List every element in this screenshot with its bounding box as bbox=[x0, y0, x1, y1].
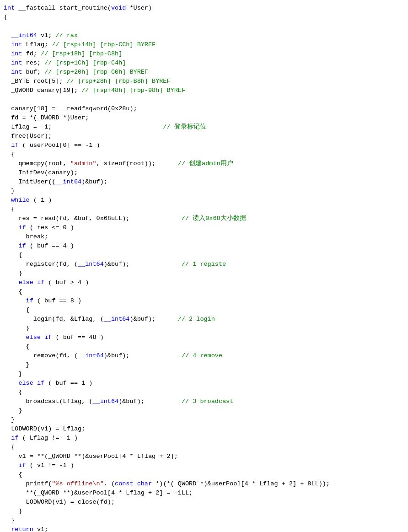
code-text: int res; // [rsp+1Ch] [rbp-C4h] bbox=[4, 59, 126, 68]
code-line: free(User); bbox=[0, 132, 408, 141]
code-text: register(fd, (__int64)&buf); // 1 regist… bbox=[4, 260, 226, 269]
code-text: return v1; bbox=[4, 525, 48, 532]
code-line: InitDev(canary); bbox=[0, 168, 408, 177]
code-text: break; bbox=[4, 232, 48, 242]
code-line: int Lflag; // [rsp+14h] [rbp-CCh] BYREF bbox=[0, 40, 408, 49]
code-line: printf("%s offline\n", (const char *)(*(… bbox=[0, 479, 408, 489]
code-text: } bbox=[4, 360, 30, 370]
code-line: int res; // [rsp+1Ch] [rbp-C4h] bbox=[0, 59, 408, 68]
code-line: qmemcpy(root, "admin", sizeof(root)); //… bbox=[0, 159, 408, 168]
code-text: { bbox=[4, 13, 7, 22]
code-line: } bbox=[0, 370, 408, 379]
code-text: { bbox=[4, 205, 15, 214]
code-text: { bbox=[4, 388, 22, 397]
code-text: else if ( buf > 4 ) bbox=[4, 278, 89, 287]
code-line: login(fd, &Lflag, (__int64)&buf); // 2 l… bbox=[0, 315, 408, 324]
code-line: } bbox=[0, 406, 408, 415]
code-line: } bbox=[0, 507, 408, 516]
code-line: } bbox=[0, 415, 408, 425]
code-text: LODWORD(v1) = Lflag; bbox=[4, 425, 85, 434]
code-text: broadcast(Lflag, (__int64)&buf); // 3 br… bbox=[4, 397, 233, 406]
code-text: { bbox=[4, 251, 22, 260]
code-line: } bbox=[0, 324, 408, 333]
code-text: printf("%s offline\n", (const char *)(*(… bbox=[4, 479, 330, 489]
code-line: int fd; // [rsp+18h] [rbp-C8h] bbox=[0, 49, 408, 59]
code-line: } bbox=[0, 360, 408, 370]
code-line: _QWORD canary[19]; // [rsp+48h] [rbp-98h… bbox=[0, 86, 408, 95]
code-text: else if ( buf == 1 ) bbox=[4, 379, 92, 388]
code-text: { bbox=[4, 150, 15, 159]
code-text: if ( v1 != -1 ) bbox=[4, 461, 74, 470]
code-line: Lflag = -1; // 登录标记位 bbox=[0, 123, 408, 132]
code-text: _BYTE root[5]; // [rsp+28h] [rbp-B8h] BY… bbox=[4, 77, 171, 86]
code-line: else if ( buf == 48 ) bbox=[0, 333, 408, 342]
code-line: return v1; bbox=[0, 525, 408, 532]
code-line: { bbox=[0, 470, 408, 479]
code-text: if ( userPool[0] == -1 ) bbox=[4, 141, 100, 150]
code-line: LODWORD(v1) = Lflag; bbox=[0, 425, 408, 434]
code-text: res = read(fd, &buf, 0x68uLL); // 读入0x68… bbox=[4, 214, 246, 223]
code-line: if ( userPool[0] == -1 ) bbox=[0, 141, 408, 150]
code-text: LODWORD(v1) = close(fd); bbox=[4, 498, 115, 507]
code-line: { bbox=[0, 388, 408, 397]
code-line bbox=[0, 95, 408, 104]
code-line: fd = *(_DWORD *)User; bbox=[0, 113, 408, 123]
code-line: { bbox=[0, 443, 408, 452]
code-line: } bbox=[0, 187, 408, 196]
code-text bbox=[4, 95, 11, 104]
code-line: broadcast(Lflag, (__int64)&buf); // 3 br… bbox=[0, 397, 408, 406]
code-text: if ( buf == 8 ) bbox=[4, 296, 81, 306]
code-line: { bbox=[0, 150, 408, 159]
code-line: v1 = **(_QWORD **)&userPool[4 * Lflag + … bbox=[0, 452, 408, 461]
code-line: if ( buf == 8 ) bbox=[0, 296, 408, 306]
code-line: __int64 v1; // rax bbox=[0, 31, 408, 40]
code-line: int buf; // [rsp+20h] [rbp-C0h] BYREF bbox=[0, 68, 408, 77]
code-line: } bbox=[0, 516, 408, 525]
code-text: InitDev(canary); bbox=[4, 168, 78, 177]
code-line: if ( Lflag != -1 ) bbox=[0, 434, 408, 443]
code-text: if ( buf == 4 ) bbox=[4, 242, 74, 251]
code-text: int __fastcall start_routine(void *User) bbox=[4, 4, 152, 13]
code-text: else if ( buf == 48 ) bbox=[4, 333, 104, 342]
code-container: int __fastcall start_routine(void *User)… bbox=[0, 0, 408, 532]
code-line: { bbox=[0, 205, 408, 214]
code-line: register(fd, (__int64)&buf); // 1 regist… bbox=[0, 260, 408, 269]
code-line: int __fastcall start_routine(void *User) bbox=[0, 4, 408, 13]
code-text: int buf; // [rsp+20h] [rbp-C0h] BYREF bbox=[4, 68, 148, 77]
code-text: { bbox=[4, 306, 30, 315]
code-text: { bbox=[4, 342, 30, 351]
code-text: } bbox=[4, 415, 15, 425]
code-text: { bbox=[4, 443, 15, 452]
code-text: qmemcpy(root, "admin", sizeof(root)); //… bbox=[4, 159, 233, 168]
code-text: if ( Lflag != -1 ) bbox=[4, 434, 78, 443]
code-text: while ( 1 ) bbox=[4, 196, 52, 205]
code-line: if ( res <= 0 ) bbox=[0, 223, 408, 232]
code-text: } bbox=[4, 516, 15, 525]
code-line: break; bbox=[0, 232, 408, 242]
code-text: if ( res <= 0 ) bbox=[4, 223, 74, 232]
code-line: else if ( buf == 1 ) bbox=[0, 379, 408, 388]
code-line: res = read(fd, &buf, 0x68uLL); // 读入0x68… bbox=[0, 214, 408, 223]
code-text: } bbox=[4, 269, 22, 278]
code-text: canary[18] = __readfsqword(0x28u); bbox=[4, 104, 137, 113]
code-text: Lflag = -1; // 登录标记位 bbox=[4, 123, 206, 132]
code-line: if ( buf == 4 ) bbox=[0, 242, 408, 251]
code-text: free(User); bbox=[4, 132, 52, 141]
code-text: int fd; // [rsp+18h] [rbp-C8h] bbox=[4, 49, 122, 59]
code-text: _QWORD canary[19]; // [rsp+48h] [rbp-98h… bbox=[4, 86, 185, 95]
code-line: if ( v1 != -1 ) bbox=[0, 461, 408, 470]
code-text: int Lflag; // [rsp+14h] [rbp-CCh] BYREF bbox=[4, 40, 156, 49]
code-line: InitUser((__int64)&buf); bbox=[0, 177, 408, 187]
code-text: fd = *(_DWORD *)User; bbox=[4, 113, 89, 123]
code-lines: int __fastcall start_routine(void *User)… bbox=[0, 4, 408, 532]
code-line: { bbox=[0, 251, 408, 260]
code-line: while ( 1 ) bbox=[0, 196, 408, 205]
code-text: remove(fd, (__int64)&buf); // 4 remove bbox=[4, 351, 222, 360]
code-line: { bbox=[0, 342, 408, 351]
code-line: _BYTE root[5]; // [rsp+28h] [rbp-B8h] BY… bbox=[0, 77, 408, 86]
code-text: } bbox=[4, 370, 22, 379]
code-line: else if ( buf > 4 ) bbox=[0, 278, 408, 287]
code-line: canary[18] = __readfsqword(0x28u); bbox=[0, 104, 408, 113]
code-text bbox=[4, 22, 11, 31]
code-line: { bbox=[0, 287, 408, 296]
